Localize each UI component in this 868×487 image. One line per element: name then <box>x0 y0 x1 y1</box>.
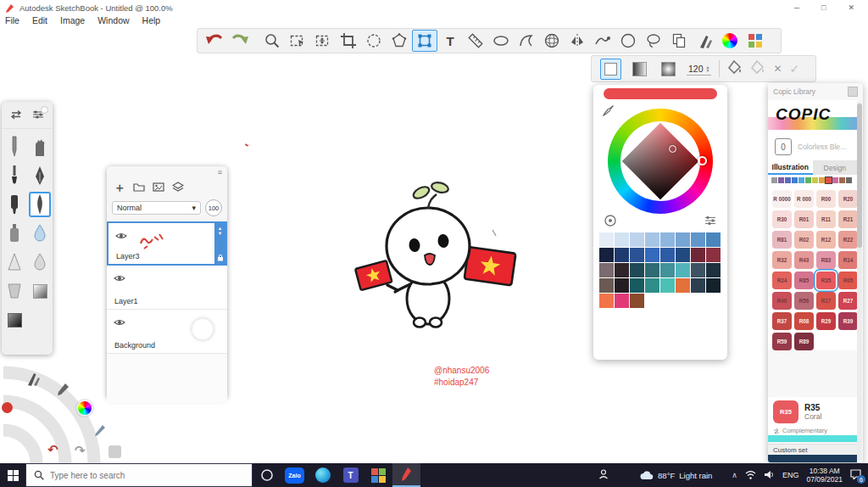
color-swatch[interactable] <box>691 232 705 247</box>
start-button[interactable] <box>0 463 25 487</box>
color-swatch[interactable] <box>615 248 629 262</box>
family-color-swatch[interactable] <box>798 177 804 183</box>
lagoon-undo-icon[interactable]: ↶ <box>47 442 58 457</box>
color-wheel[interactable] <box>608 109 713 214</box>
brush-water-drop[interactable] <box>29 221 51 246</box>
copic-tab-design[interactable]: Design <box>813 160 858 175</box>
family-color-swatch[interactable] <box>778 177 784 183</box>
copic-swatch-r37[interactable]: R37 <box>772 312 792 330</box>
copic-swatch-r81[interactable]: R81 <box>772 231 792 249</box>
copic-scrollbar[interactable] <box>857 102 862 461</box>
family-color-swatch[interactable] <box>785 177 791 183</box>
flood-fill-icon[interactable] <box>750 59 765 78</box>
copic-swatch-r27[interactable]: R27 <box>838 292 858 310</box>
tool-distort-transform[interactable] <box>412 30 437 52</box>
copic-swatch-r59[interactable]: R59 <box>772 333 792 350</box>
selected-copic-swatch[interactable]: R35 <box>773 400 798 423</box>
taskbar-app-zalo[interactable]: Zalo <box>281 463 309 487</box>
color-swatch[interactable] <box>630 232 644 247</box>
custom-set-color-bar[interactable] <box>768 455 857 462</box>
chevron-up-icon[interactable]: ∧ <box>732 471 737 479</box>
color-swatch[interactable] <box>676 278 690 293</box>
copic-swatch-r30[interactable]: R30 <box>772 210 792 228</box>
brush-gradient-flood[interactable] <box>29 278 51 304</box>
copic-swatch-r14[interactable]: R14 <box>838 251 858 269</box>
color-swatch[interactable] <box>660 263 675 277</box>
tool-nudge[interactable] <box>361 30 387 52</box>
color-swatch[interactable] <box>676 232 690 247</box>
copic-swatch-r21[interactable]: R21 <box>838 210 858 228</box>
copic-swatch-r35[interactable]: R35 <box>816 271 836 289</box>
add-layer-button[interactable]: ＋ <box>114 183 125 192</box>
tool-zoom[interactable] <box>259 30 285 52</box>
lagoon-color-puck[interactable] <box>76 400 93 417</box>
color-swatch[interactable] <box>630 278 644 293</box>
copic-swatch-r46[interactable]: R46 <box>772 292 792 310</box>
tool-swatch-palette[interactable] <box>743 30 768 52</box>
panel-collapse-knob[interactable] <box>41 106 48 114</box>
color-swatch[interactable] <box>645 248 659 262</box>
family-color-swatch[interactable] <box>832 177 838 183</box>
brush-blur-drop[interactable] <box>29 249 51 275</box>
color-swatch[interactable] <box>676 263 690 277</box>
custom-set-label[interactable]: Custom set <box>768 444 857 455</box>
copic-swatch-r56[interactable]: R56 <box>794 292 814 310</box>
background-color-chip[interactable] <box>192 318 214 340</box>
lagoon-brushes-icon[interactable] <box>24 370 41 390</box>
color-swatch[interactable] <box>691 248 705 262</box>
tool-text[interactable]: T <box>437 30 463 52</box>
fill-bucket-icon[interactable] <box>727 59 743 78</box>
copic-swatch-r17[interactable]: R17 <box>816 292 836 310</box>
brush-pencil[interactable] <box>3 134 25 160</box>
layer-stack-icon[interactable] <box>172 180 184 195</box>
complementary-row[interactable]: Complementary <box>768 426 857 435</box>
import-image-icon[interactable] <box>153 180 164 195</box>
lagoon-redo-icon[interactable]: ↷ <box>75 443 86 458</box>
close-button[interactable]: ✕ <box>848 3 854 12</box>
lagoon-corner-button[interactable] <box>108 445 121 458</box>
people-icon[interactable] <box>598 469 609 481</box>
taskbar-app-cortana[interactable] <box>253 463 281 487</box>
color-swatch[interactable] <box>706 278 721 293</box>
layer-visibility-toggle[interactable] <box>114 315 125 330</box>
tool-steady-stroke[interactable] <box>590 30 615 52</box>
copic-swatch-r85[interactable]: R85 <box>794 271 814 289</box>
color-swatch[interactable] <box>599 263 614 277</box>
tool-undo[interactable] <box>202 30 227 52</box>
tool-symmetry[interactable] <box>565 30 590 52</box>
family-color-swatch[interactable] <box>819 177 825 183</box>
blender-chip[interactable]: 0 <box>775 138 792 155</box>
copic-swatch-r43[interactable]: R43 <box>794 251 814 269</box>
stepper-arrows[interactable]: ▲▼ <box>706 65 710 72</box>
tool-polyline-selection[interactable] <box>387 30 412 52</box>
tool-perspective[interactable] <box>539 30 565 52</box>
sa­turation-selector-dot[interactable] <box>669 145 676 153</box>
brush-ink-pen[interactable] <box>29 163 51 188</box>
color-swatch[interactable] <box>706 263 721 277</box>
tool-ruler[interactable] <box>463 30 488 52</box>
family-color-swatch[interactable] <box>839 177 845 183</box>
brush-airbrush[interactable] <box>3 221 25 246</box>
tool-selection[interactable] <box>285 30 310 52</box>
color-swatch[interactable] <box>599 232 614 247</box>
family-color-swatch[interactable] <box>771 177 777 183</box>
taskbar-app-edge[interactable] <box>309 463 337 487</box>
layer-row-layer3[interactable]: Layer3▲▼ <box>107 221 227 266</box>
menu-edit[interactable]: Edit <box>32 15 47 27</box>
linear-gradient-button[interactable] <box>629 59 650 80</box>
brush-dark-gradient[interactable] <box>3 307 25 333</box>
brush-smudge[interactable] <box>29 134 51 160</box>
copic-swatch-r12[interactable]: R12 <box>816 231 836 249</box>
color-swatch[interactable] <box>630 263 644 277</box>
color-swatch[interactable] <box>691 278 705 293</box>
color-swatch[interactable] <box>645 232 659 247</box>
menu-file[interactable]: File <box>5 15 19 27</box>
maximize-button[interactable]: □ <box>821 3 826 12</box>
volume-icon[interactable] <box>764 470 775 481</box>
tool-transform-selection[interactable] <box>310 30 336 52</box>
copic-swatch-r08[interactable]: R08 <box>794 312 814 330</box>
cancel-fill-button[interactable]: ✕ <box>773 63 782 75</box>
blend-mode-dropdown[interactable]: Normal▾ <box>112 201 201 215</box>
copic-tab-illustration[interactable]: Illustration <box>768 160 813 175</box>
copic-swatch-r05[interactable]: R05 <box>838 271 858 289</box>
